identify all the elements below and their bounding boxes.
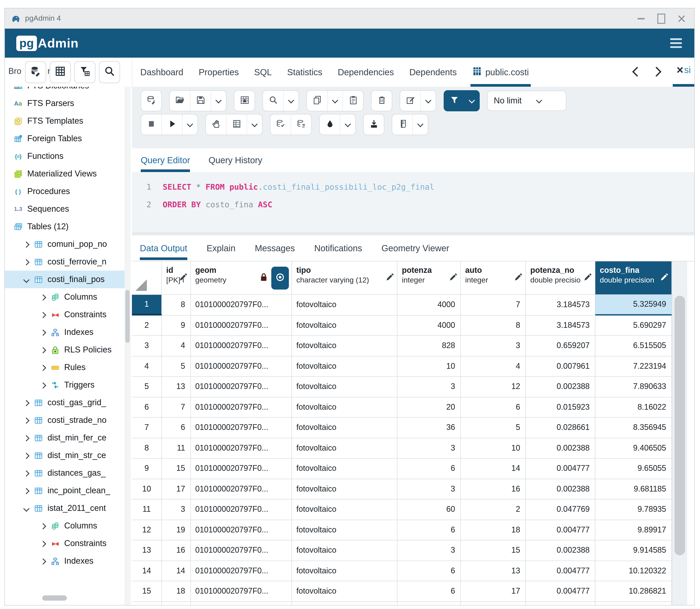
sidebar-item-costi-finali-pos[interactable]: costi_finali_pos <box>5 271 125 288</box>
tab-dependencies[interactable]: Dependencies <box>338 58 394 87</box>
open-file-button[interactable] <box>170 91 190 111</box>
filter-button[interactable] <box>444 91 464 111</box>
sidebar-item-distances-gas[interactable]: distances_gas_ <box>5 464 125 482</box>
sidebar-item-dist-min-fer-ce[interactable]: dist_min_fer_ce <box>5 429 125 447</box>
row-number[interactable]: 3 <box>132 336 162 356</box>
cell-costo_fina[interactable]: 6.515505 <box>595 336 672 356</box>
search-objects-button[interactable] <box>99 61 120 83</box>
cell-geom[interactable]: 0101000020797F0... <box>191 418 292 438</box>
cell-potenza_no[interactable]: 0.002388 <box>526 540 595 561</box>
cell-id[interactable]: 6 <box>162 418 191 438</box>
row-number[interactable]: 4 <box>132 356 162 377</box>
sidebar-item-foreign-tables[interactable]: Foreign Tables <box>5 130 125 147</box>
tab-notifications[interactable]: Notifications <box>314 236 362 260</box>
cell-auto[interactable]: 3 <box>461 336 526 356</box>
row-number[interactable]: 8 <box>132 438 162 458</box>
cell-potenza_no[interactable]: 0.004777 <box>526 520 595 540</box>
macro-button[interactable] <box>392 115 412 135</box>
delete-button[interactable] <box>372 91 392 111</box>
tab-data-output[interactable]: Data Output <box>140 236 187 260</box>
copy-button[interactable] <box>307 91 327 111</box>
sidebar-item-inc-point-clean[interactable]: inc_point_clean_ <box>5 482 125 500</box>
cell-geom[interactable]: 0101000020797F0... <box>191 356 292 377</box>
cell-tipo[interactable]: fotovoltaico <box>292 500 397 520</box>
cell-potenza[interactable]: 6 <box>397 581 461 602</box>
cell-potenza[interactable]: 60 <box>397 500 461 520</box>
chevron-right-icon[interactable] <box>23 241 29 247</box>
maximize-button[interactable] <box>651 10 671 27</box>
sidebar-vertical-scrollbar-thumb[interactable] <box>125 290 130 343</box>
column-header-auto[interactable]: auto integer <box>461 261 526 295</box>
cell-potenza_no[interactable]: 3.184573 <box>526 315 595 336</box>
tab-messages[interactable]: Messages <box>255 236 295 260</box>
chevron-right-icon[interactable] <box>40 294 46 300</box>
cell-potenza[interactable]: 3 <box>397 438 461 458</box>
cell-auto[interactable]: 17 <box>461 581 526 602</box>
sidebar-item-columns[interactable]: Columns <box>5 288 125 306</box>
cell-potenza[interactable]: 4000 <box>397 315 461 336</box>
chevron-right-icon[interactable] <box>23 259 29 265</box>
column-header-id[interactable]: id [PK] i <box>162 261 191 295</box>
row-number[interactable]: 1 <box>132 295 162 315</box>
chevron-right-icon[interactable] <box>23 400 29 405</box>
tab-explain[interactable]: Explain <box>207 236 235 260</box>
sidebar-item-materialized-views[interactable]: Materialized Views <box>5 165 125 182</box>
chevron-right-icon[interactable] <box>23 435 29 441</box>
tab-public-costi[interactable]: public.costi <box>472 58 529 87</box>
cell-id[interactable]: 13 <box>162 377 191 397</box>
sidebar-horizontal-scrollbar-thumb[interactable] <box>42 595 67 601</box>
view-geometry-button[interactable] <box>271 266 289 289</box>
cell-auto[interactable]: 16 <box>461 479 526 500</box>
cell-potenza_no[interactable]: 3.184573 <box>526 295 595 315</box>
row-number[interactable]: 15 <box>132 581 162 602</box>
row-number[interactable]: 5 <box>132 377 162 397</box>
filter-chevron-down-icon[interactable] <box>464 91 479 111</box>
edit-icon[interactable] <box>448 272 458 283</box>
cell-potenza_no[interactable]: 0.002388 <box>526 438 595 458</box>
edit-icon[interactable] <box>659 272 669 283</box>
sidebar-vertical-scrollbar[interactable] <box>124 87 130 605</box>
cell-potenza_no[interactable]: 0.004777 <box>526 458 595 479</box>
cell-auto[interactable]: 5 <box>461 418 526 438</box>
sidebar-item-triggers[interactable]: Triggers <box>5 376 125 394</box>
cell-id[interactable]: 11 <box>162 438 191 458</box>
chevron-down-icon[interactable] <box>211 91 226 111</box>
cell-auto[interactable]: 18 <box>461 520 526 540</box>
sidebar-item-istat-2011-cent[interactable]: istat_2011_cent <box>5 500 125 517</box>
chevron-right-icon[interactable] <box>40 312 46 317</box>
chevron-down-icon[interactable] <box>182 115 197 135</box>
cell-potenza[interactable]: 10 <box>397 356 461 377</box>
sql-editor[interactable]: 1SELECT * FROM public.costi_finali_possi… <box>132 172 694 232</box>
cell-potenza[interactable]: 6 <box>397 602 461 605</box>
cell-potenza[interactable]: 3 <box>397 377 461 397</box>
cell-geom[interactable]: 0101000020797F0... <box>191 581 292 602</box>
chevron-right-icon[interactable] <box>40 558 46 564</box>
partial-tab[interactable]: si <box>676 65 691 75</box>
cell-auto[interactable]: 12 <box>461 377 526 397</box>
row-number[interactable]: 13 <box>132 540 162 561</box>
cell-id[interactable]: 14 <box>162 561 191 581</box>
cell-auto[interactable]: 4 <box>461 356 526 377</box>
close-window-button[interactable]: × <box>671 10 692 27</box>
sidebar-item-comuni-pop-no[interactable]: comuni_pop_no <box>5 236 125 253</box>
hand-button[interactable] <box>206 115 226 135</box>
tab-statistics[interactable]: Statistics <box>287 58 322 87</box>
tab-dashboard[interactable]: Dashboard <box>140 58 183 87</box>
row-number[interactable]: 2 <box>132 315 162 336</box>
row-number[interactable]: 7 <box>132 418 162 438</box>
cell-tipo[interactable]: fotovoltaico <box>292 602 397 605</box>
sidebar-item-constraints[interactable]: ▶◀Constraints <box>5 535 125 552</box>
commit-button[interactable] <box>270 115 291 135</box>
sidebar-item-rls-policies[interactable]: RLS Policies <box>5 341 125 359</box>
cell-potenza[interactable]: 4000 <box>397 295 461 315</box>
table-button[interactable] <box>226 115 247 135</box>
cell-geom[interactable]: 0101000020797F0... <box>191 602 292 605</box>
cell-geom[interactable]: 0101000020797F0... <box>191 540 292 561</box>
grid-vertical-scrollbar[interactable] <box>672 261 687 605</box>
cell-tipo[interactable]: fotovoltaico <box>292 397 397 418</box>
cell-tipo[interactable]: fotovoltaico <box>292 377 397 397</box>
tab-query-history[interactable]: Query History <box>209 148 263 172</box>
sidebar-item-fts-templates[interactable]: FTS Templates <box>5 112 125 130</box>
cell-id[interactable]: 19 <box>162 520 191 540</box>
tab-sql[interactable]: SQL <box>254 58 272 87</box>
